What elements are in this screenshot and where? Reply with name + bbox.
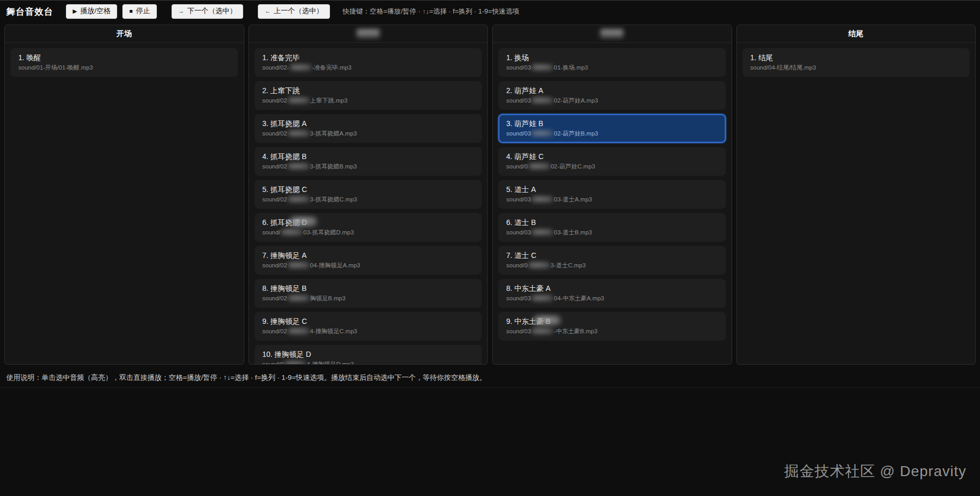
sound-item[interactable]: 2. 上窜下跳 sound/02上窜下跳.mp3 xyxy=(255,81,482,110)
sound-item[interactable]: 6. 抓耳挠腮 D sound/03-抓耳挠腮D.mp3 xyxy=(255,213,482,242)
sound-column: 结尾 1. 结尾 sound/04-结尾/结尾.mp3 xyxy=(736,25,976,365)
sound-item[interactable]: 5. 道士 A sound/0303-道士A.mp3 xyxy=(498,180,726,209)
column-header xyxy=(493,25,732,43)
sound-item-title: 7. 捶胸顿足 A xyxy=(263,251,474,261)
sound-item-number: 6. xyxy=(263,218,271,227)
sound-item-title: 9. 中东土豪 B xyxy=(506,317,718,326)
sound-item[interactable]: 5. 抓耳挠腮 C sound/023-抓耳挠腮C.mp3 xyxy=(255,180,482,209)
sound-item-path: sound/03-抓耳挠腮D.mp3 xyxy=(263,228,474,236)
redaction-blur xyxy=(281,229,303,235)
sound-item-path: sound/0303-道士A.mp3 xyxy=(506,195,718,204)
sound-item[interactable]: 9. 中东土豪 B sound/03-中东土豪B.mp3 xyxy=(498,312,726,341)
sound-item[interactable]: 3. 葫芦娃 B sound/0302-葫芦娃B.mp3 xyxy=(498,114,726,143)
redaction-blur xyxy=(290,64,312,71)
sound-item-name: 葫芦娃 B xyxy=(515,119,543,128)
sound-item-number: 9. xyxy=(263,317,271,325)
sound-item-name: 抓耳挠腮 D xyxy=(270,218,307,227)
sound-item-title: 9. 捶胸顿足 C xyxy=(263,317,474,326)
sound-item-number: 8. xyxy=(263,284,271,292)
redaction-blur xyxy=(288,328,310,334)
sound-item-name: 中东土豪 B xyxy=(515,317,551,325)
redaction-blur xyxy=(600,29,623,38)
sound-item-title: 5. 抓耳挠腮 C xyxy=(263,185,474,195)
sound-item[interactable]: 2. 葫芦娃 A sound/0302-葫芦娃A.mp3 xyxy=(498,81,726,110)
sound-item[interactable]: 8. 中东土豪 A sound/0304-中东土豪A.mp3 xyxy=(498,279,726,308)
column-title: 结尾 xyxy=(848,29,863,39)
play-button-label: 播放/空格 xyxy=(80,7,110,15)
prev-button[interactable]: ←上一个（选中） xyxy=(258,4,330,18)
sound-column: 1. 换场 sound/0301-换场.mp3 2. 葫芦娃 A sound/0… xyxy=(492,25,732,365)
sound-item-name: 中东土豪 A xyxy=(515,284,551,292)
sound-item[interactable]: 3. 抓耳挠腮 A sound/023-抓耳挠腮A.mp3 xyxy=(255,114,482,143)
sound-item[interactable]: 4. 葫芦娃 C sound/002-葫芦娃C.mp3 xyxy=(498,147,726,176)
sound-item-title: 1. 换场 xyxy=(506,53,718,63)
sound-item-name: 捶胸顿足 A xyxy=(270,251,306,260)
sound-item-name: 葫芦娃 A xyxy=(515,86,543,95)
redaction-blur xyxy=(288,295,310,301)
sound-item-path: sound/02--准备完毕.mp3 xyxy=(263,63,474,72)
redaction-blur xyxy=(531,97,553,104)
sound-item-title: 1. 准备完毕 xyxy=(263,53,474,63)
sound-item-name: 唤醒 xyxy=(27,53,41,62)
sound-item-path: sound/0204-捶胸顿足A.mp3 xyxy=(263,261,474,269)
sound-item-title: 4. 抓耳挠腮 B xyxy=(263,152,474,162)
sound-item-path: sound/03-中东土豪B.mp3 xyxy=(506,327,718,335)
sound-item[interactable]: 7. 捶胸顿足 A sound/0204-捶胸顿足A.mp3 xyxy=(255,246,482,275)
sound-item-name: 结尾 xyxy=(758,53,773,62)
sound-item-path: sound/0302-葫芦娃A.mp3 xyxy=(506,96,718,105)
sound-item[interactable]: 1. 结尾 sound/04-结尾/结尾.mp3 xyxy=(743,48,970,77)
column-header: 开场 xyxy=(5,25,244,43)
redaction-blur xyxy=(288,163,310,170)
sound-item-number: 7. xyxy=(263,251,271,260)
redaction-blur xyxy=(531,196,553,202)
redaction-blur xyxy=(288,262,310,268)
sound-item[interactable]: 1. 准备完毕 sound/02--准备完毕.mp3 xyxy=(255,48,482,77)
stop-button[interactable]: ■停止 xyxy=(122,4,157,18)
sound-item[interactable]: 8. 捶胸顿足 B sound/02胸顿足B.mp3 xyxy=(255,279,482,308)
sound-item[interactable]: 1. 唤醒 sound/01-开场/01-唤醒.mp3 xyxy=(10,48,238,77)
column-item-list: 1. 准备完毕 sound/02--准备完毕.mp3 2. 上窜下跳 sound… xyxy=(249,43,488,364)
sound-item[interactable]: 7. 道士 C sound/03-道士C.mp3 xyxy=(498,246,726,275)
sound-item-number: 8. xyxy=(506,284,515,292)
arrow-right-icon: → xyxy=(178,8,184,14)
sound-item-name: 葫芦娃 C xyxy=(515,152,544,161)
sound-item-path: sound/0304-中东土豪A.mp3 xyxy=(506,294,718,302)
hotkeys-hint: 快捷键：空格=播放/暂停 · ↑↓=选择 · f=换列 · 1-9=快速选项 xyxy=(343,7,519,16)
next-button[interactable]: →下一个（选中） xyxy=(172,4,244,18)
sound-item-path: sound/03-道士C.mp3 xyxy=(506,261,718,269)
sound-item-number: 4. xyxy=(263,152,271,161)
sound-item[interactable]: 9. 捶胸顿足 C sound/024-捶胸顿足C.mp3 xyxy=(255,312,482,341)
sound-item-path: sound/02上窜下跳.mp3 xyxy=(263,96,474,105)
sound-item-number: 1. xyxy=(506,53,515,62)
play-button[interactable]: ▶播放/空格 xyxy=(66,4,117,18)
sound-item-number: 3. xyxy=(506,119,515,128)
sound-board: 开场 1. 唤醒 sound/01-开场/01-唤醒.mp3 1. 准备完毕 s… xyxy=(0,22,980,365)
redaction-blur xyxy=(357,29,380,38)
sound-item-title: 5. 道士 A xyxy=(506,185,718,195)
sound-item-title: 6. 抓耳挠腮 D xyxy=(263,218,474,228)
sound-item-name: 抓耳挠腮 A xyxy=(270,119,306,128)
sound-item-path: sound/002-葫芦娃C.mp3 xyxy=(506,162,718,171)
sound-item-path: sound/04-捶胸顿足D.mp3 xyxy=(263,360,474,364)
stop-icon: ■ xyxy=(129,8,133,14)
sound-item-number: 1. xyxy=(18,53,27,62)
app-title: 舞台音效台 xyxy=(6,6,53,18)
redaction-blur xyxy=(531,295,553,301)
sound-item-number: 1. xyxy=(750,53,759,62)
sound-item-path: sound/024-捶胸顿足C.mp3 xyxy=(263,327,474,335)
sound-item-path: sound/023-抓耳挠腮A.mp3 xyxy=(263,129,474,138)
sound-item[interactable]: 1. 换场 sound/0301-换场.mp3 xyxy=(498,48,726,77)
sound-item-number: 1. xyxy=(263,53,271,62)
sound-item-title: 7. 道士 C xyxy=(506,251,718,261)
sound-item[interactable]: 4. 抓耳挠腮 B sound/023-抓耳挠腮B.mp3 xyxy=(255,147,482,176)
sound-item-name: 道士 C xyxy=(515,251,537,260)
sound-item-title: 10. 捶胸顿足 D xyxy=(263,350,474,359)
sound-item-name: 抓耳挠腮 C xyxy=(270,185,307,194)
sound-item[interactable]: 10. 捶胸顿足 D sound/04-捶胸顿足D.mp3 xyxy=(255,345,482,364)
sound-item-name: 道士 B xyxy=(515,218,536,227)
sound-item-title: 2. 上窜下跳 xyxy=(263,86,474,96)
prev-button-label: 上一个（选中） xyxy=(274,7,323,15)
toolbar: 舞台音效台 ▶播放/空格 ■停止 →下一个（选中） ←上一个（选中） 快捷键：空… xyxy=(0,1,980,22)
sound-item-title: 3. 抓耳挠腮 A xyxy=(263,119,474,129)
sound-item[interactable]: 6. 道士 B sound/0303-道士B.mp3 xyxy=(498,213,726,242)
